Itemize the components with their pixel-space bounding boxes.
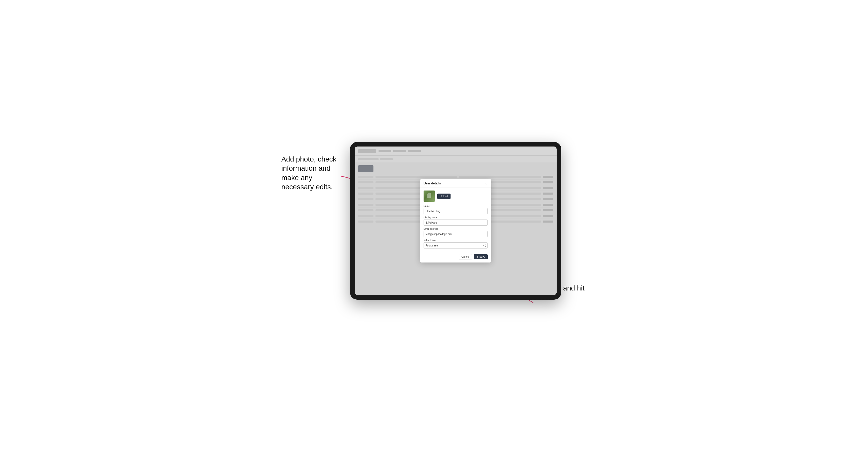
chevron-up-icon: ▲	[485, 244, 487, 245]
select-controls: × ▲ ▼	[483, 244, 487, 248]
annotation-left-text: Add photo, check information and make an…	[281, 155, 336, 191]
modal-footer: Cancel ⬆ Save	[420, 254, 491, 262]
school-year-select-wrapper: × ▲ ▼	[424, 242, 488, 249]
scene: Add photo, check information and make an…	[281, 134, 587, 333]
display-name-field-group: Display name	[424, 216, 488, 226]
save-label: Save	[479, 255, 485, 258]
user-photo	[424, 190, 435, 202]
select-clear-icon[interactable]: ×	[483, 244, 484, 247]
email-label: Email address	[424, 228, 488, 230]
school-year-input[interactable]	[424, 242, 488, 249]
photo-section: Upload	[424, 190, 488, 202]
annotation-left: Add photo, check information and make an…	[281, 155, 342, 192]
name-field-group: Name	[424, 205, 488, 214]
modal-body: Upload Name Display name	[420, 187, 491, 254]
select-arrows-icon[interactable]: ▲ ▼	[485, 244, 487, 248]
email-field-group: Email address	[424, 228, 488, 237]
display-name-input[interactable]	[424, 219, 488, 226]
modal-close-button[interactable]: ×	[484, 182, 488, 185]
save-button[interactable]: ⬆ Save	[474, 254, 488, 259]
modal-title: User details	[424, 182, 441, 185]
photo-thumbnail	[424, 190, 435, 202]
upload-photo-button[interactable]: Upload	[437, 193, 451, 199]
school-year-label: School Year	[424, 239, 488, 242]
cancel-button[interactable]: Cancel	[459, 254, 472, 259]
school-year-field-group: School Year × ▲ ▼	[424, 239, 488, 249]
tablet-device: User details × Upload	[350, 142, 561, 300]
modal-overlay: User details × Upload	[354, 147, 557, 295]
chevron-down-icon: ▼	[485, 246, 487, 248]
name-input[interactable]	[424, 208, 488, 214]
name-label: Name	[424, 205, 488, 207]
save-icon: ⬆	[476, 255, 478, 258]
display-name-label: Display name	[424, 216, 488, 219]
tablet-screen: User details × Upload	[354, 147, 557, 295]
email-input[interactable]	[424, 231, 488, 237]
modal-header: User details ×	[420, 179, 491, 187]
user-details-modal: User details × Upload	[420, 179, 491, 262]
